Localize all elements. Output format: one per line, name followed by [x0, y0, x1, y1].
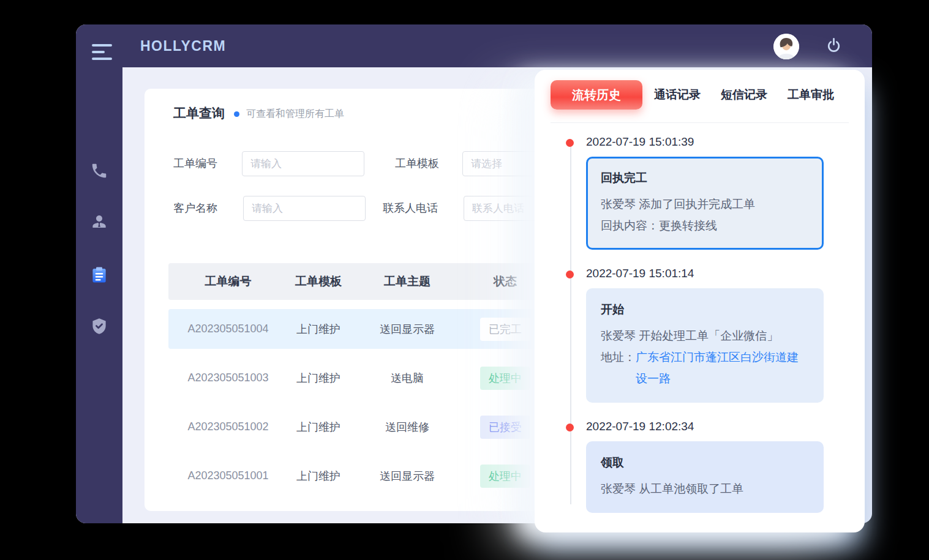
tab-sms-records[interactable]: 短信记录 — [721, 87, 767, 103]
cell-subject: 送回维修 — [349, 420, 465, 435]
status-badge: 已接受 — [480, 416, 530, 439]
address-link[interactable]: 广东省江门市蓬江区白沙街道建设一路 — [636, 346, 809, 389]
history-timeline: 2022-07-19 15:01:39 回执完工 张爱琴 添加了回执并完成工单 … — [535, 123, 865, 513]
timeline-entry: 2022-07-19 12:02:34 领取 张爱琴 从工单池领取了工单 — [586, 420, 846, 513]
sidebar-item-contacts[interactable] — [90, 212, 108, 231]
order-id-input[interactable] — [242, 151, 364, 176]
cell-subject: 送回显示器 — [349, 469, 465, 483]
avatar-image — [773, 34, 799, 59]
page-subtitle: 可查看和管理所有工单 — [246, 108, 344, 121]
page-title: 工单查询 — [173, 105, 225, 122]
address-label: 地址： — [601, 346, 636, 389]
top-bar: HOLLYCRM — [76, 24, 872, 67]
cell-subject: 送电脑 — [349, 371, 465, 386]
timeline-timestamp: 2022-07-19 15:01:39 — [586, 135, 846, 149]
contacts-icon — [90, 212, 108, 231]
timeline-timestamp: 2022-07-19 12:02:34 — [586, 420, 846, 433]
cell-order-id: A202305051003 — [168, 371, 288, 384]
timeline-card-title: 回执完工 — [601, 170, 809, 186]
status-badge: 处理中 — [480, 465, 530, 488]
cell-template: 上门维护 — [288, 371, 349, 386]
cell-subject: 送回显示器 — [349, 322, 465, 337]
status-badge: 处理中 — [480, 367, 530, 390]
timeline-entry: 2022-07-19 15:01:14 开始 张爱琴 开始处理工单「企业微信」 … — [586, 267, 846, 403]
timeline-entry: 2022-07-19 15:01:39 回执完工 张爱琴 添加了回执并完成工单 … — [586, 135, 846, 250]
tab-call-records[interactable]: 通话记录 — [654, 87, 701, 103]
timeline-card-line: 张爱琴 开始处理工单「企业微信」 — [601, 325, 809, 346]
sidebar — [76, 67, 122, 523]
cell-template: 上门维护 — [288, 322, 349, 337]
filter-label-phone: 联系人电话 — [383, 196, 438, 221]
cell-template: 上门维护 — [288, 420, 349, 435]
timeline-dot-icon — [566, 139, 574, 147]
col-header-subject: 工单主题 — [349, 274, 465, 289]
timeline-timestamp: 2022-07-19 15:01:14 — [586, 267, 846, 280]
timeline-card-line: 回执内容：更换转接线 — [601, 215, 809, 236]
security-shield-icon — [90, 317, 108, 335]
brand-logo: HOLLYCRM — [140, 38, 226, 54]
timeline-card-claimed[interactable]: 领取 张爱琴 从工单池领取了工单 — [586, 441, 824, 513]
sidebar-item-security[interactable] — [90, 317, 108, 335]
col-header-template: 工单模板 — [288, 274, 349, 289]
customer-name-input[interactable] — [243, 196, 366, 221]
workorder-clipboard-icon — [90, 266, 108, 284]
user-avatar[interactable] — [773, 34, 799, 59]
cell-order-id: A202305051001 — [168, 469, 288, 482]
history-panel: 流转历史 通话记录 短信记录 工单审批 2022-07-19 15:01:39 … — [535, 70, 865, 532]
sidebar-item-workorders[interactable] — [90, 266, 108, 284]
cell-order-id: A202305051004 — [168, 323, 288, 335]
title-dot-icon — [234, 111, 239, 117]
cell-template: 上门维护 — [288, 469, 349, 483]
timeline-card-line: 张爱琴 添加了回执并完成工单 — [601, 193, 809, 215]
timeline-dot-icon — [566, 271, 574, 278]
col-header-order-id: 工单编号 — [168, 274, 288, 289]
timeline-address-row: 地址： 广东省江门市蓬江区白沙街道建设一路 — [601, 346, 809, 389]
phone-icon — [90, 162, 108, 180]
sidebar-item-phone[interactable] — [90, 162, 108, 180]
timeline-card-completed[interactable]: 回执完工 张爱琴 添加了回执并完成工单 回执内容：更换转接线 — [586, 157, 824, 250]
tab-circulation-history[interactable]: 流转历史 — [551, 80, 642, 110]
timeline-card-title: 开始 — [601, 302, 809, 318]
panel-tabs: 流转历史 通话记录 短信记录 工单审批 — [535, 70, 865, 110]
col-header-status: 状态 — [465, 274, 545, 289]
timeline-dot-icon — [566, 424, 574, 431]
timeline-card-title: 领取 — [601, 455, 809, 471]
filter-label-template: 工单模板 — [395, 151, 439, 176]
logout-power-icon[interactable] — [825, 37, 843, 54]
filter-label-customer: 客户名称 — [173, 196, 217, 221]
cell-order-id: A202305051002 — [168, 420, 288, 433]
timeline-card-start[interactable]: 开始 张爱琴 开始处理工单「企业微信」 地址： 广东省江门市蓬江区白沙街道建设一… — [586, 288, 824, 403]
tab-approval[interactable]: 工单审批 — [788, 87, 834, 103]
status-badge: 已完工 — [480, 318, 530, 341]
filter-label-order-id: 工单编号 — [173, 151, 217, 176]
menu-hamburger-icon[interactable] — [92, 44, 113, 61]
timeline-card-line: 张爱琴 从工单池领取了工单 — [601, 478, 809, 499]
